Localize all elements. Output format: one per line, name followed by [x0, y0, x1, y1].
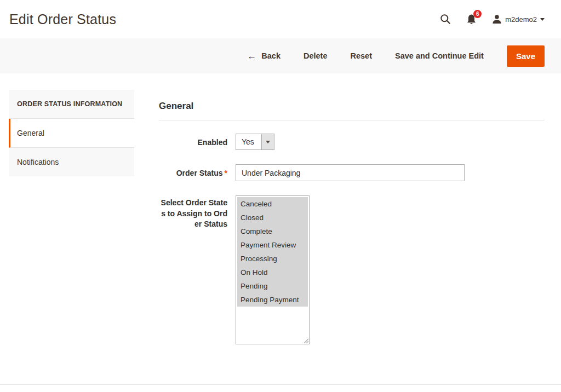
page-header: Edit Order Status 6 m2demo2	[0, 0, 561, 38]
user-menu[interactable]: m2demo2	[492, 14, 545, 24]
order-states-label: Select Order States to Assign to Order S…	[159, 195, 227, 230]
sidebar-item-general[interactable]: General	[9, 119, 134, 148]
order-states-multiselect[interactable]: Canceled Closed Complete Payment Review …	[236, 195, 310, 344]
enabled-select[interactable]: Yes	[236, 134, 274, 150]
search-icon[interactable]	[440, 14, 451, 25]
option-pending-payment[interactable]: Pending Payment	[237, 293, 308, 307]
chevron-down-icon	[540, 18, 545, 21]
notifications-bell-icon[interactable]: 6	[466, 14, 477, 25]
sidebar-item-notifications[interactable]: Notifications	[9, 148, 134, 176]
select-arrow-button[interactable]	[261, 134, 274, 149]
save-and-continue-label: Save and Continue Edit	[395, 51, 484, 60]
order-status-field	[236, 164, 465, 181]
reset-button-label: Reset	[351, 51, 373, 60]
option-payment-review[interactable]: Payment Review	[237, 238, 308, 252]
footer-divider	[0, 384, 561, 385]
order-status-input[interactable]	[236, 164, 465, 181]
save-and-continue-button[interactable]: Save and Continue Edit	[395, 51, 484, 60]
back-button-label: Back	[261, 51, 280, 60]
resize-handle-icon[interactable]	[303, 338, 308, 343]
section-title: General	[159, 101, 545, 120]
enabled-field: Yes	[236, 134, 274, 150]
form-main-area: General Enabled Yes Order Status*	[159, 90, 545, 359]
save-button[interactable]: Save	[507, 45, 545, 67]
order-states-field: Canceled Closed Complete Payment Review …	[236, 195, 310, 344]
reset-button[interactable]: Reset	[351, 51, 373, 60]
page-actions-toolbar: ← Back Delete Reset Save and Continue Ed…	[0, 38, 561, 73]
order-status-label-text: Order Status	[176, 169, 223, 177]
option-pending[interactable]: Pending	[237, 279, 308, 293]
delete-button[interactable]: Delete	[304, 51, 328, 60]
page-title: Edit Order Status	[9, 11, 116, 27]
sidebar-header: ORDER STATUS INFORMATION	[9, 90, 134, 119]
order-status-label: Order Status*	[159, 164, 227, 179]
option-closed[interactable]: Closed	[237, 211, 308, 224]
delete-button-label: Delete	[304, 51, 328, 60]
option-complete[interactable]: Complete	[237, 224, 308, 238]
sidebar-tabs: ORDER STATUS INFORMATION General Notific…	[9, 90, 134, 176]
content-area: ORDER STATUS INFORMATION General Notific…	[0, 73, 561, 359]
back-arrow-icon: ←	[247, 51, 256, 61]
option-canceled[interactable]: Canceled	[237, 197, 308, 211]
option-on-hold[interactable]: On Hold	[237, 266, 308, 279]
user-icon	[492, 14, 502, 24]
notification-count-badge: 6	[473, 10, 482, 18]
caret-down-icon	[266, 141, 270, 143]
edit-order-status-form: Enabled Yes Order Status*	[159, 134, 545, 344]
order-status-row: Order Status*	[159, 164, 545, 181]
username-label: m2demo2	[505, 15, 537, 24]
order-states-row: Select Order States to Assign to Order S…	[159, 195, 545, 344]
back-button[interactable]: ← Back	[247, 51, 280, 61]
required-asterisk: *	[225, 169, 227, 177]
enabled-select-value: Yes	[236, 134, 261, 149]
option-processing[interactable]: Processing	[237, 252, 308, 266]
search-icon-glyph	[440, 14, 451, 25]
enabled-label: Enabled	[159, 134, 227, 148]
header-actions: 6 m2demo2	[440, 14, 545, 25]
enabled-row: Enabled Yes	[159, 134, 545, 150]
